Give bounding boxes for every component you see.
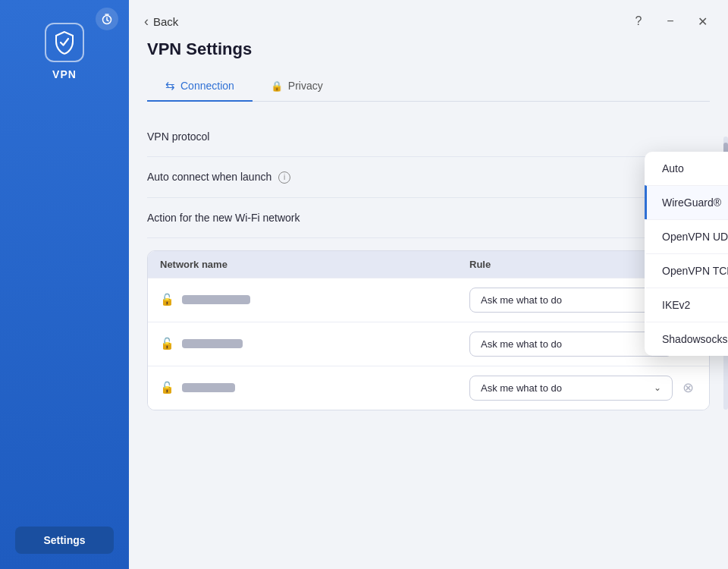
auto-connect-row: Auto connect when launch i: [147, 157, 710, 198]
protocol-option-auto[interactable]: Auto: [645, 152, 728, 185]
sidebar-timer: [96, 8, 118, 30]
action-wifi-label: Action for the new Wi-Fi network: [147, 212, 300, 224]
tab-connection[interactable]: ⇆ Connection: [147, 71, 253, 102]
privacy-tab-label: Privacy: [288, 80, 323, 92]
protocol-dropdown-popup: Auto WireGuard® OpenVPN UDP OpenVPN TCP …: [645, 152, 728, 356]
protocol-option-openvpn-tcp-label: OpenVPN TCP: [662, 265, 728, 277]
network-name-cell-2: 🔓: [160, 337, 469, 351]
back-arrow-icon: ‹: [144, 14, 149, 30]
rule-dropdown-label-2: Ask me what to do: [481, 338, 562, 350]
network-name-cell-3: 🔓: [160, 381, 469, 395]
auto-connect-info-icon[interactable]: i: [278, 171, 290, 184]
titlebar-left: ‹ Back: [144, 14, 178, 30]
settings-button[interactable]: Settings: [15, 527, 114, 554]
blurred-network-name-1: [182, 295, 250, 304]
table-row: 🔓 Ask me what to do ⌄ ⊗: [148, 278, 709, 322]
auto-connect-label: Auto connect when launch i: [147, 171, 290, 184]
protocol-option-openvpn-udp[interactable]: OpenVPN UDP: [645, 219, 728, 253]
vpn-protocol-label: VPN protocol: [147, 130, 209, 143]
help-button[interactable]: ?: [628, 11, 649, 32]
network-name-cell-1: 🔓: [160, 293, 469, 307]
minimize-button[interactable]: −: [660, 11, 681, 32]
action-wifi-row: Action for the new Wi-Fi network: [147, 198, 710, 238]
rule-dropdown-3[interactable]: Ask me what to do ⌄: [469, 376, 673, 401]
table-row: 🔓 Ask me what to do ⌄ ⊗: [148, 322, 709, 366]
blurred-network-name-2: [182, 339, 243, 348]
col-network-name: Network name: [160, 259, 469, 270]
privacy-tab-icon: 🔒: [271, 80, 283, 92]
dropdown-arrow-icon-3: ⌄: [654, 382, 661, 393]
sidebar-logo-wrap: VPN: [45, 23, 84, 80]
protocol-option-openvpn-tcp[interactable]: OpenVPN TCP: [645, 253, 728, 288]
protocol-option-openvpn-udp-label: OpenVPN UDP: [662, 231, 728, 243]
titlebar: ‹ Back ? − ✕: [129, 0, 728, 39]
lock-icon-2: 🔓: [160, 337, 174, 351]
titlebar-actions: ? − ✕: [628, 11, 713, 32]
protocol-option-shadowsocks[interactable]: Shadowsocks: [645, 322, 728, 356]
main-content: ‹ Back ? − ✕ VPN Settings ⇆ Connection 🔒…: [129, 0, 728, 569]
connection-tab-label: Connection: [180, 80, 234, 92]
sidebar-vpn-label: VPN: [52, 68, 77, 80]
rule-dropdown-2[interactable]: Ask me what to do ⌄: [469, 332, 673, 357]
settings-area: VPN protocol Auto connect when launch i …: [129, 102, 728, 238]
vpn-shield-icon: [45, 23, 84, 62]
rule-dropdown-label-3: Ask me what to do: [481, 382, 562, 394]
sidebar: VPN Settings: [0, 0, 129, 569]
rule-dropdown-1[interactable]: Ask me what to do ⌄: [469, 288, 673, 313]
blurred-network-name-3: [182, 383, 235, 392]
back-label: Back: [153, 15, 178, 28]
rule-dropdown-label-1: Ask me what to do: [481, 294, 562, 306]
tabs: ⇆ Connection 🔒 Privacy: [147, 71, 710, 102]
remove-row-button-3[interactable]: ⊗: [679, 379, 697, 397]
close-button[interactable]: ✕: [692, 11, 713, 32]
protocol-option-wireguard-label: WireGuard®: [662, 196, 721, 209]
network-table: Network name Rule 🔓 Ask me what to do ⌄ …: [147, 250, 710, 410]
protocol-option-wireguard[interactable]: WireGuard®: [645, 185, 728, 219]
network-rule-cell-3: Ask me what to do ⌄ ⊗: [469, 376, 697, 401]
protocol-option-shadowsocks-label: Shadowsocks: [662, 333, 727, 345]
protocol-option-ikev2[interactable]: IKEv2: [645, 288, 728, 322]
connection-tab-icon: ⇆: [165, 79, 175, 93]
back-button[interactable]: ‹ Back: [144, 14, 178, 30]
table-row: 🔓 Ask me what to do ⌄ ⊗: [148, 366, 709, 410]
page-title: VPN Settings: [129, 39, 728, 71]
lock-icon-1: 🔓: [160, 293, 174, 307]
protocol-option-auto-label: Auto: [662, 162, 684, 174]
vpn-protocol-row: VPN protocol: [147, 117, 710, 157]
tab-privacy[interactable]: 🔒 Privacy: [253, 71, 341, 102]
protocol-option-ikev2-label: IKEv2: [662, 299, 690, 311]
network-table-header: Network name Rule: [148, 251, 709, 278]
lock-icon-3: 🔓: [160, 381, 174, 395]
